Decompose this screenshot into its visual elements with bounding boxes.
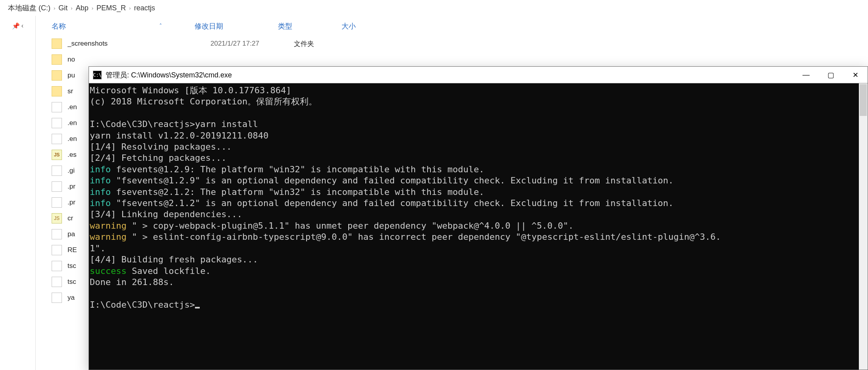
scrollbar[interactable] [859,83,868,370]
cmd-titlebar[interactable]: C:\ 管理员: C:\Windows\System32\cmd.exe — ▢… [89,67,868,83]
terminal-success-label: success [90,266,127,276]
cmd-title: 管理员: C:\Windows\System32\cmd.exe [106,70,794,80]
folder-icon [52,54,62,65]
column-modified[interactable]: 修改日期 [195,21,278,31]
column-name[interactable]: 名称 ˄ [52,21,195,31]
doc-icon [52,118,62,128]
terminal-info-label: info [90,198,111,208]
doc-icon [52,261,62,271]
terminal-line-text: Saved lockfile. [127,266,211,276]
doc-icon [52,277,62,287]
chevron-right-icon: › [92,5,93,11]
terminal-line: (c) 2018 Microsoft Corporation。保留所有权利。 [90,96,867,107]
terminal-line: warning " > copy-webpack-plugin@5.1.1" h… [90,220,867,231]
terminal-line-text: "fsevents@1.2.9" is an optional dependen… [111,175,673,185]
maximize-button[interactable]: ▢ [818,67,843,83]
doc-icon [52,102,62,112]
minimize-button[interactable]: — [794,67,818,83]
nav-pane[interactable]: 📌 ‹ [0,16,36,370]
chevron-right-icon: › [129,5,131,11]
terminal-line: info fsevents@1.2.9: The platform "win32… [90,164,867,175]
terminal-line: info fsevents@2.1.2: The platform "win32… [90,187,867,198]
terminal-line-text: fsevents@1.2.9: The platform "win32" is … [111,164,484,174]
close-button[interactable]: ✕ [843,67,868,83]
cmd-app-icon: C:\ [93,71,102,79]
breadcrumb-segment[interactable]: reactjs [134,4,155,12]
terminal-cursor [195,307,200,308]
terminal-info-label: info [90,175,111,185]
terminal-line: [1/4] Resolving packages... [90,141,867,152]
breadcrumb-segment[interactable]: Abp [76,4,89,12]
eslint-icon: JS [52,150,62,160]
column-type[interactable]: 类型 [278,21,341,31]
terminal-line: info "fsevents@1.2.9" is an optional dep… [90,175,867,186]
terminal-line: 1". [90,243,867,254]
scrollbar-thumb[interactable] [860,84,867,116]
pin-icon: 📌 [12,22,20,30]
breadcrumb[interactable]: 本地磁盘 (C:) › Git › Abp › PEMS_R › reactjs [0,0,868,16]
doc-icon [52,197,62,208]
breadcrumb-segment[interactable]: PEMS_R [96,4,126,12]
doc-icon [52,293,62,303]
file-date: 2021/1/27 17:27 [210,40,294,48]
breadcrumb-segment[interactable]: 本地磁盘 (C:) [8,3,50,13]
craco-icon: JS [52,213,62,224]
doc-icon [52,166,62,176]
chevron-right-icon: › [71,5,72,11]
breadcrumb-segment[interactable]: Git [58,4,68,12]
chevron-left-icon[interactable]: ‹ [21,22,23,30]
file-name: _screenshots [68,40,210,48]
file-type: 文件夹 [294,39,357,48]
folder-icon [52,70,62,81]
terminal-line: [2/4] Fetching packages... [90,152,867,164]
terminal-line-text: " > copy-webpack-plugin@5.1.1" has unmet… [127,221,574,231]
terminal-warning-label: warning [90,232,127,242]
cmd-window[interactable]: C:\ 管理员: C:\Windows\System32\cmd.exe — ▢… [89,66,868,370]
doc-icon [52,181,62,192]
folder-icon [52,86,62,96]
terminal-line [90,288,867,299]
cmd-terminal[interactable]: Microsoft Windows [版本 10.0.17763.864](c)… [89,83,868,370]
doc-icon [52,245,62,255]
terminal-line: success Saved lockfile. [90,266,867,277]
terminal-line: info "fsevents@2.1.2" is an optional dep… [90,198,867,209]
terminal-line: Done in 261.88s. [90,277,867,288]
terminal-line-text: fsevents@2.1.2: The platform "win32" is … [111,187,484,197]
terminal-line: [3/4] Linking dependencies... [90,209,867,220]
file-name: no [68,56,210,64]
terminal-warning-label: warning [90,221,127,231]
terminal-info-label: info [90,187,111,197]
column-headers[interactable]: 名称 ˄ 修改日期 类型 大小 [52,17,868,35]
terminal-line: Microsoft Windows [版本 10.0.17763.864] [90,85,867,96]
terminal-line: I:\Code\C3D\reactjs> [90,299,867,310]
terminal-line: [4/4] Building fresh packages... [90,254,867,265]
column-name-label: 名称 [52,22,66,30]
column-size[interactable]: 大小 [341,21,389,31]
sort-ascending-icon: ˄ [159,23,162,29]
folder-icon [52,39,62,49]
terminal-line: yarn install v1.22.0-20191211.0840 [90,130,867,141]
terminal-line: I:\Code\C3D\reactjs>yarn install [90,119,867,130]
terminal-line-text: "fsevents@2.1.2" is an optional dependen… [111,198,673,208]
file-row[interactable]: no [52,52,868,67]
terminal-line-text: " > eslint-config-airbnb-typescript@9.0.… [127,232,721,242]
file-row[interactable]: _screenshots2021/1/27 17:27文件夹 [52,36,868,52]
terminal-line [90,108,867,119]
terminal-prompt: I:\Code\C3D\reactjs> [90,300,195,310]
terminal-info-label: info [90,164,111,174]
doc-icon [52,229,62,239]
chevron-right-icon: › [54,5,55,11]
doc-icon [52,134,62,144]
terminal-line: warning " > eslint-config-airbnb-typescr… [90,231,867,243]
